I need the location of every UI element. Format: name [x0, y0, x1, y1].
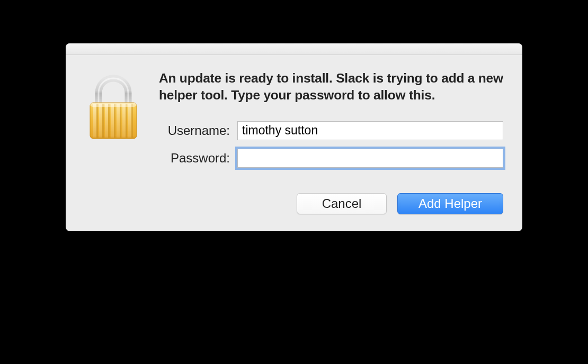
password-field[interactable]	[237, 149, 503, 168]
auth-dialog: An update is ready to install. Slack is …	[66, 43, 522, 231]
dialog-message: An update is ready to install. Slack is …	[159, 70, 503, 104]
svg-rect-4	[111, 104, 114, 138]
dialog-buttons: Cancel Add Helper	[159, 193, 503, 214]
cancel-button[interactable]: Cancel	[297, 193, 387, 214]
svg-rect-9	[102, 104, 104, 138]
password-row: Password:	[159, 149, 503, 168]
svg-rect-8	[96, 104, 98, 138]
svg-rect-13	[126, 104, 127, 138]
password-label: Password:	[159, 151, 237, 166]
dialog-body: An update is ready to install. Slack is …	[66, 55, 522, 231]
svg-rect-5	[117, 104, 120, 138]
dialog-content: An update is ready to install. Slack is …	[159, 70, 503, 214]
svg-rect-11	[114, 104, 115, 138]
username-field[interactable]	[237, 121, 503, 140]
svg-rect-7	[128, 104, 131, 138]
username-input-wrapper	[237, 121, 503, 140]
username-row: Username:	[159, 121, 503, 140]
add-helper-button[interactable]: Add Helper	[397, 193, 503, 214]
svg-rect-6	[122, 104, 126, 138]
svg-rect-1	[93, 104, 96, 138]
svg-rect-10	[108, 104, 110, 138]
dialog-titlebar	[66, 43, 522, 55]
svg-rect-3	[105, 104, 108, 138]
svg-rect-15	[90, 103, 137, 107]
svg-rect-12	[120, 104, 121, 138]
username-label: Username:	[159, 123, 237, 138]
svg-rect-2	[99, 104, 102, 138]
lock-icon	[85, 73, 142, 141]
dialog-icon-column	[85, 70, 142, 214]
svg-rect-14	[131, 104, 133, 138]
password-input-wrapper	[237, 149, 503, 168]
